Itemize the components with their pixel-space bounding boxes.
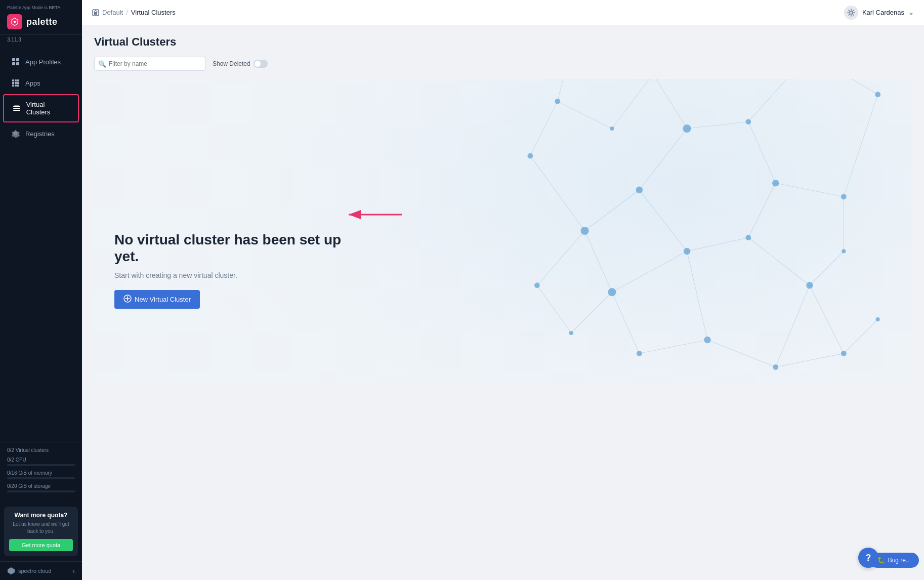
topbar: Default / Virtual Clusters Karl Cardenas… [82, 0, 924, 25]
collapse-sidebar-button[interactable]: ‹ [72, 567, 75, 575]
svg-point-73 [745, 235, 751, 240]
brand-label: spectro cloud [7, 567, 51, 575]
svg-point-74 [806, 282, 813, 288]
brand-text: spectro cloud [18, 568, 51, 574]
cluster-icon [12, 104, 21, 113]
svg-rect-15 [13, 108, 20, 109]
beta-label: Palette App Mode is BETA [7, 5, 75, 10]
gear-icon [11, 129, 20, 138]
sidebar-item-app-profiles[interactable]: App Profiles [3, 52, 79, 72]
quota-cpu-bar-bg [7, 464, 75, 466]
brand-icon [7, 567, 15, 575]
svg-rect-2 [16, 58, 19, 61]
breadcrumb-default[interactable]: Default [102, 9, 123, 16]
quota-storage-row: 0/20 GiB of storage [7, 483, 75, 492]
svg-point-67 [745, 119, 751, 125]
page-title: Virtual Clusters [94, 35, 912, 49]
main-content: Default / Virtual Clusters Karl Cardenas… [82, 0, 924, 580]
svg-point-76 [608, 288, 616, 296]
settings-icon[interactable] [844, 6, 858, 20]
svg-point-66 [683, 125, 691, 133]
svg-point-86 [876, 317, 880, 321]
search-bar: 🔍 Show Deleted [94, 57, 912, 71]
svg-point-84 [527, 153, 533, 158]
sidebar-item-apps[interactable]: Apps [3, 73, 79, 93]
search-input-wrap: 🔍 [94, 57, 205, 71]
svg-point-21 [850, 11, 853, 14]
page-content: Virtual Clusters 🔍 Show Deleted [82, 25, 924, 580]
user-name: Karl Cardenas [862, 9, 904, 16]
quota-memory-label: 0/16 GiB of memory [7, 470, 75, 476]
svg-rect-16 [13, 110, 20, 111]
svg-rect-4 [16, 62, 19, 65]
sidebar-item-label-app-profiles: App Profiles [25, 58, 61, 66]
plus-circle-icon [123, 295, 132, 304]
svg-marker-18 [8, 567, 15, 574]
svg-rect-17 [14, 105, 19, 106]
quota-storage-bar-bg [7, 490, 75, 492]
svg-rect-12 [15, 85, 17, 87]
bug-report-button[interactable]: 🐛 Bug re... [869, 553, 919, 568]
svg-point-85 [841, 351, 847, 356]
svg-rect-10 [17, 82, 19, 84]
svg-rect-7 [17, 79, 19, 81]
svg-rect-3 [12, 62, 15, 65]
svg-rect-14 [13, 106, 20, 107]
new-virtual-cluster-button[interactable]: New Virtual Cluster [114, 290, 200, 309]
quota-storage-label: 0/20 GiB of storage [7, 483, 75, 489]
quota-virtual-clusters: 0/2 Virtual clusters [7, 447, 75, 453]
svg-rect-5 [12, 79, 14, 81]
apps-icon [11, 78, 20, 88]
new-cluster-btn-label: New Virtual Cluster [135, 296, 191, 303]
show-deleted-label: Show Deleted [213, 60, 250, 67]
sidebar-footer: spectro cloud ‹ [0, 561, 82, 580]
svg-rect-9 [15, 82, 17, 84]
svg-point-72 [684, 248, 690, 255]
logo-icon [7, 14, 22, 29]
quota-promo: Want more quota? Let us know and we'll g… [4, 507, 78, 556]
show-deleted-toggle-wrap: Show Deleted [213, 60, 268, 68]
bug-icon: 🐛 [877, 557, 885, 564]
sidebar-logo: palette [7, 12, 75, 31]
user-menu[interactable]: Karl Cardenas ⌄ [844, 6, 914, 20]
sidebar-item-label-virtual-clusters: Virtual Clusters [26, 101, 70, 116]
svg-point-71 [581, 227, 589, 235]
empty-state-subtitle: Start with creating a new virtual cluste… [114, 271, 367, 279]
svg-point-79 [773, 364, 778, 370]
sidebar-header: Palette App Mode is BETA palette [0, 0, 82, 35]
svg-point-82 [555, 99, 560, 104]
sidebar-item-virtual-clusters[interactable]: Virtual Clusters [3, 94, 79, 122]
quota-vc-label: 0/2 Virtual clusters [7, 447, 75, 453]
sidebar-item-label-registries: Registries [25, 130, 55, 138]
svg-point-83 [610, 127, 614, 131]
svg-rect-8 [12, 82, 14, 84]
quota-promo-desc: Let us know and we'll get back to you. [9, 521, 73, 535]
sidebar: Palette App Mode is BETA palette 3.11.3 [0, 0, 82, 580]
svg-point-80 [534, 282, 540, 288]
breadcrumb-current: Virtual Clusters [131, 9, 176, 16]
sidebar-item-registries[interactable]: Registries [3, 123, 79, 144]
chevron-down-icon: ⌄ [908, 9, 914, 16]
svg-point-69 [841, 194, 847, 199]
svg-rect-13 [17, 85, 19, 87]
arrow-annotation [344, 204, 404, 227]
breadcrumb-separator: / [126, 9, 128, 16]
empty-state-title: No virtual cluster has been set up yet. [114, 231, 367, 265]
svg-rect-11 [12, 85, 14, 87]
version-label: 3.11.3 [0, 35, 82, 47]
breadcrumb: Default / Virtual Clusters [92, 9, 176, 16]
sidebar-item-label-apps: Apps [25, 79, 40, 87]
svg-point-75 [842, 249, 846, 253]
get-quota-button[interactable]: Get more quota [9, 539, 73, 551]
quota-cpu-label: 0/2 CPU [7, 457, 75, 463]
quota-section: 0/2 Virtual clusters 0/2 CPU 0/16 GiB of… [0, 442, 82, 502]
quota-promo-title: Want more quota? [9, 512, 73, 519]
empty-state-container: No virtual cluster has been set up yet. … [94, 79, 912, 383]
quota-memory-bar-bg [7, 477, 75, 479]
svg-rect-6 [15, 79, 17, 81]
svg-point-70 [636, 186, 643, 193]
svg-point-77 [637, 351, 642, 356]
grid-icon [11, 57, 20, 66]
search-input[interactable] [94, 57, 205, 71]
show-deleted-toggle[interactable] [254, 60, 268, 68]
